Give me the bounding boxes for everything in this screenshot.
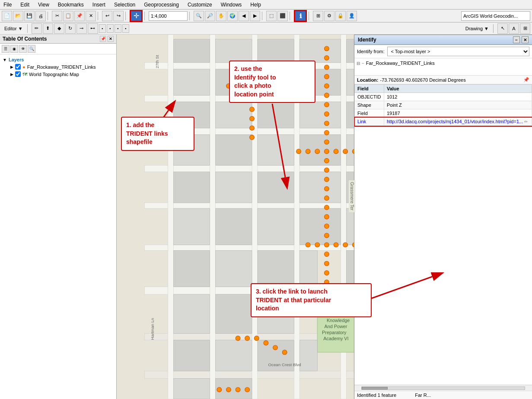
zoom-in-button[interactable]: 🔍 <box>194 11 204 21</box>
menu-geoprocessing[interactable]: Geoprocessing <box>142 2 181 8</box>
svg-rect-56 <box>258 172 294 203</box>
menu-help[interactable]: Help <box>248 2 263 8</box>
draw-size-button[interactable]: ⊞ <box>520 23 530 34</box>
toc-source-btn[interactable]: ◉ <box>10 45 18 53</box>
paste-button[interactable]: 📌 <box>74 11 85 21</box>
edit-pointer-button[interactable]: ⬆ <box>43 23 53 34</box>
select-button[interactable]: ⬚ <box>266 11 277 21</box>
edit-tool4[interactable]: ▪ <box>107 24 114 33</box>
menu-insert[interactable]: Insert <box>91 2 107 8</box>
open-button[interactable]: 📂 <box>13 11 23 21</box>
layers-expand-icon[interactable]: ▼ <box>3 57 7 62</box>
edit-split-button[interactable]: ⊸ <box>76 23 87 34</box>
settings-button[interactable]: ⚙ <box>324 11 334 21</box>
identify-panel: Identify − ✕ Identify from: < Top-most l… <box>354 35 532 399</box>
table-row-value-3[interactable]: http://3d.idacq.com/projects/mj1434_01/v… <box>384 118 532 126</box>
drawing-label[interactable]: Drawing ▼ <box>463 26 491 31</box>
new-button[interactable]: 📄 <box>2 11 12 21</box>
copy-button[interactable]: 📋 <box>63 11 73 21</box>
menu-file[interactable]: File <box>2 2 13 8</box>
sep1 <box>48 12 50 20</box>
identify-minimize-button[interactable]: − <box>513 36 520 43</box>
svg-text:Ocean Crest Blvd: Ocean Crest Blvd <box>268 362 301 367</box>
table-row-value-2: 19187 <box>384 109 532 118</box>
svg-rect-72 <box>216 340 252 371</box>
sep4 <box>144 12 147 20</box>
edit-tool3[interactable]: ▪ <box>99 24 106 33</box>
svg-point-110 <box>325 177 329 182</box>
full-extent-button[interactable]: 🌍 <box>227 11 238 21</box>
right-edge-label: Grassmere Ter <box>349 180 355 212</box>
location-pin-icon[interactable]: 📌 <box>523 77 529 83</box>
select-features-button[interactable]: ⬛ <box>277 11 288 21</box>
svg-point-116 <box>315 149 320 154</box>
sep-ed <box>27 24 30 33</box>
identify-scrollbar[interactable] <box>354 385 532 391</box>
layer2-container: ▶ 🗺 World Topographic Map <box>10 70 115 78</box>
tree-expand-icon[interactable]: ⊟ <box>357 61 360 66</box>
zoom-out-button[interactable]: 🔎 <box>205 11 215 21</box>
draw-text-button[interactable]: A <box>509 23 519 34</box>
redo-button[interactable]: ↪ <box>113 11 124 21</box>
map-area[interactable]: Knowledge And Power Preparatory Academy … <box>117 35 532 399</box>
cut-button[interactable]: ✂ <box>52 11 62 21</box>
svg-point-106 <box>325 140 329 144</box>
menu-bookmarks[interactable]: Bookmarks <box>56 2 86 8</box>
draw-pointer-button[interactable]: ↖ <box>497 23 508 34</box>
layer2-checkbox[interactable] <box>15 71 21 77</box>
callout-box-1: 1. add the TRIDENT links shapefile <box>121 117 194 151</box>
scale-input[interactable]: 1:4,000 <box>149 11 188 21</box>
layer2-item[interactable]: ▶ 🗺 World Topographic Map <box>10 70 115 78</box>
svg-point-186 <box>250 126 255 131</box>
svg-point-118 <box>343 149 348 154</box>
lock-button[interactable]: 🔒 <box>335 11 346 21</box>
svg-point-203 <box>245 387 250 392</box>
edit-merge-button[interactable]: ⊷ <box>88 23 98 34</box>
editor-label[interactable]: Editor ▼ <box>2 26 25 31</box>
svg-rect-45 <box>299 102 341 128</box>
layers-group-header: ▼ Layers <box>2 56 115 63</box>
edit-rotate-button[interactable]: ↻ <box>65 23 76 34</box>
toc-close-button[interactable]: ✕ <box>108 36 114 42</box>
print-button[interactable]: 🖨 <box>35 11 46 21</box>
toc-pin-button[interactable]: 📌 <box>100 36 106 42</box>
identify-close-button[interactable]: ✕ <box>522 36 529 43</box>
delete-button[interactable]: ✕ <box>86 11 96 21</box>
save-button[interactable]: 💾 <box>24 11 35 21</box>
svg-rect-10 <box>168 35 173 399</box>
pan-button[interactable]: ✋ <box>216 11 226 21</box>
scroll-thumb[interactable] <box>362 387 388 389</box>
next-extent-button[interactable]: ▶ <box>250 11 260 21</box>
svg-point-196 <box>254 336 259 341</box>
menu-windows[interactable]: Windows <box>219 2 244 8</box>
layer2-expand[interactable]: ▶ <box>10 72 13 77</box>
identify-button[interactable]: ℹ <box>294 10 307 22</box>
menu-view[interactable]: View <box>36 2 51 8</box>
undo-button[interactable]: ↩ <box>102 11 112 21</box>
layer1-item[interactable]: ▶ ● Far_Rockaway_TRIDENT_Links <box>10 63 115 70</box>
svg-point-102 <box>325 102 329 107</box>
menu-customize[interactable]: Customize <box>186 2 214 8</box>
identify-from-select[interactable]: < Top-most layer > <box>387 47 529 56</box>
layer1-checkbox[interactable] <box>15 64 21 70</box>
menu-edit[interactable]: Edit <box>19 2 31 8</box>
edit-tool6[interactable]: ▪ <box>122 24 129 33</box>
toc-search-btn[interactable]: 🔍 <box>28 45 35 53</box>
callout-3-text: 3. click the link to launch TRIDENT at t… <box>256 288 331 312</box>
layer1-expand[interactable]: ▶ <box>10 65 13 69</box>
svg-point-197 <box>264 341 268 345</box>
prev-extent-button[interactable]: ◀ <box>239 11 249 21</box>
tree-layer-name: Far_Rockaway_TRIDENT_Links <box>366 61 435 66</box>
svg-text:Hartman Ln: Hartman Ln <box>150 318 155 340</box>
menu-selection[interactable]: Selection <box>112 2 137 8</box>
toc-visible-btn[interactable]: 👁 <box>19 45 27 53</box>
move-tool-button[interactable]: ✛ <box>130 10 143 22</box>
table-row-field-3: Link <box>355 118 384 126</box>
edit-tool5[interactable]: ▪ <box>115 24 121 33</box>
svg-point-117 <box>334 149 338 154</box>
edit-node-button[interactable]: ◆ <box>54 23 64 34</box>
edit-pencil-button[interactable]: ✏ <box>32 23 42 34</box>
toc-list-btn[interactable]: ☰ <box>2 45 10 53</box>
more-tools-button[interactable]: ⊞ <box>313 11 323 21</box>
user-button[interactable]: 👤 <box>347 11 357 21</box>
